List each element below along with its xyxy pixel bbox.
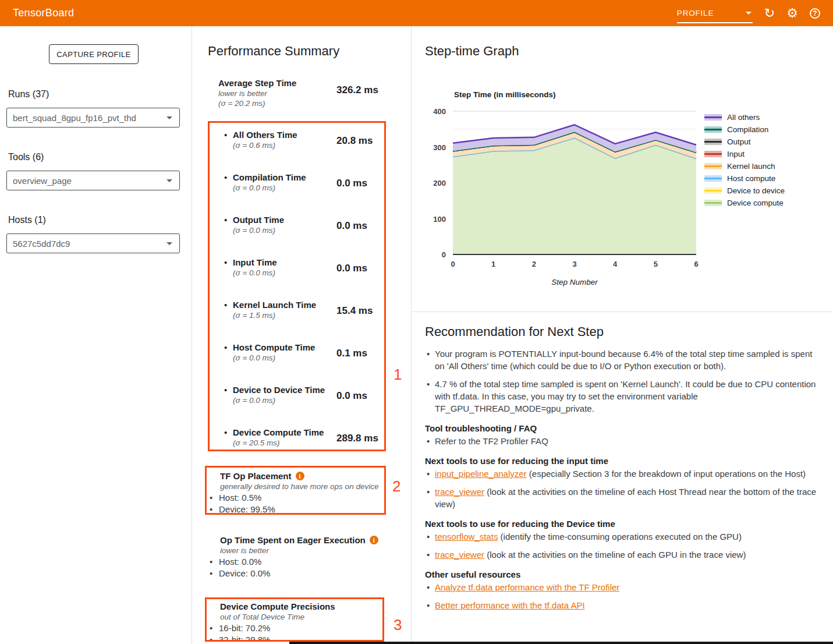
metric-value: 20.8 ms xyxy=(336,129,373,147)
legend-item: Device compute xyxy=(704,197,785,209)
legend-item: Host compute xyxy=(704,172,785,185)
legend-swatch xyxy=(704,200,722,206)
metric-sigma: (σ = 1.5 ms) xyxy=(233,310,336,320)
metric-row: • All Others Time (σ = 0.6 ms) 20.8 ms xyxy=(210,129,384,172)
annotation-box-3: Device Compute Precisions out of Total D… xyxy=(205,597,384,642)
legend-item: All others xyxy=(704,111,785,123)
tools-select[interactable]: overview_page xyxy=(6,171,180,190)
app-header: TensorBoard PROFILE ↻ ⚙ ? xyxy=(0,0,833,26)
bullet: • xyxy=(210,504,219,515)
sidebar: CAPTURE PROFILE Runs (37) bert_squad_8gp… xyxy=(0,26,192,644)
info-icon[interactable]: i xyxy=(296,472,304,480)
svg-text:5: 5 xyxy=(654,260,658,268)
metric-value: 0.0 ms xyxy=(336,172,367,189)
metric-label: Average Step Time xyxy=(218,77,336,89)
tools-select-value: overview_page xyxy=(13,176,72,186)
metric-row: • Input Time (σ = 0.0 ms) 0.0 ms xyxy=(210,257,384,299)
list-item: trace_viewer (look at the activities on … xyxy=(425,486,822,510)
list-item: Analyze tf.data performance with the TF … xyxy=(425,581,822,593)
svg-text:3: 3 xyxy=(572,260,576,268)
section-heading: Next tools to use for reducing the input… xyxy=(425,455,822,466)
trace-viewer-link[interactable]: trace_viewer xyxy=(435,550,484,560)
eager-note: lower is better xyxy=(220,546,395,556)
performance-summary-title: Performance Summary xyxy=(208,44,339,59)
step-time-graph-title: Step-time Graph xyxy=(425,44,519,59)
svg-text:0: 0 xyxy=(442,250,446,259)
chevron-down-icon xyxy=(746,12,752,15)
metric-row: • Compilation Time (σ = 0.0 ms) 0.0 ms xyxy=(210,172,384,214)
chart-legend: All others Compilation Output Input Kern… xyxy=(704,111,785,209)
metric-label: Compilation Time xyxy=(233,172,336,183)
runs-label: Runs (37) xyxy=(8,89,49,100)
chevron-down-icon xyxy=(166,179,172,182)
svg-text:200: 200 xyxy=(433,179,446,187)
metric-value: 0.1 ms xyxy=(336,342,367,359)
bullet: • xyxy=(210,568,219,579)
hosts-select[interactable]: 5627c5dd7dc9 xyxy=(6,233,180,253)
list-item: •Device: 0.0% xyxy=(210,568,395,579)
metric-label: Input Time xyxy=(233,257,336,268)
metric-value: 0.0 ms xyxy=(336,257,367,274)
reload-icon[interactable]: ↻ xyxy=(764,7,775,20)
gear-icon[interactable]: ⚙ xyxy=(786,7,798,20)
header-controls: PROFILE ↻ ⚙ ? xyxy=(677,3,820,23)
main-panel: Step-time Graph Step Time (in millisecon… xyxy=(412,26,833,644)
precisions-title: Device Compute Precisions xyxy=(220,601,335,612)
metric-label: Output Time xyxy=(233,214,336,225)
app-title: TensorBoard xyxy=(13,7,74,19)
window-edge xyxy=(289,642,833,644)
bullet: • xyxy=(210,556,219,568)
metric-row: • Output Time (σ = 0.0 ms) 0.0 ms xyxy=(210,214,384,257)
tensorboard-app: TensorBoard PROFILE ↻ ⚙ ? CAPTURE PROFIL… xyxy=(0,0,833,644)
tensorflow-stats-link[interactable]: tensorflow_stats xyxy=(435,532,498,542)
section-heading: Next tools to use for reducing the Devic… xyxy=(425,518,822,529)
list-item: input_pipeline_analyzer (especially Sect… xyxy=(425,468,822,480)
list-item: Better performance with the tf.data API xyxy=(425,599,822,611)
metric-label: Host Compute Time xyxy=(233,342,336,353)
legend-swatch xyxy=(704,151,722,157)
metric-sigma: (σ = 0.0 ms) xyxy=(233,395,336,405)
metric-label: All Others Time xyxy=(233,129,336,140)
legend-item: Output xyxy=(704,136,785,148)
tfdata-profiler-link[interactable]: Analyze tf.data performance with the TF … xyxy=(435,582,619,592)
metric-row: • Kernel Launch Time (σ = 1.5 ms) 15.4 m… xyxy=(210,299,384,342)
hosts-label: Hosts (1) xyxy=(8,215,46,225)
recommendation-section: Recommendation for Next Step Your progra… xyxy=(425,324,822,617)
annotation-number-3: 3 xyxy=(394,616,402,634)
trace-viewer-link[interactable]: trace_viewer xyxy=(435,487,484,497)
legend-item: Device to device xyxy=(704,185,785,197)
bullet: • xyxy=(224,427,233,438)
capture-profile-button[interactable]: CAPTURE PROFILE xyxy=(49,44,139,64)
legend-swatch xyxy=(704,139,722,145)
metric-value: 0.0 ms xyxy=(336,214,367,232)
legend-swatch xyxy=(704,175,722,182)
bullet: • xyxy=(224,299,233,310)
list-item: 4.7 % of the total step time sampled is … xyxy=(425,378,822,415)
info-icon[interactable]: i xyxy=(370,536,378,544)
input-pipeline-analyzer-link[interactable]: input_pipeline_analyzer xyxy=(435,469,527,479)
bullet: • xyxy=(224,257,233,268)
bullet: • xyxy=(210,622,219,634)
runs-select[interactable]: bert_squad_8gpu_fp16_pvt_thd xyxy=(6,108,180,128)
metric-row: • Host Compute Time (σ = 0.0 ms) 0.1 ms xyxy=(210,342,384,384)
metric-value: 0.0 ms xyxy=(336,384,367,402)
metric-sigma: (σ = 0.0 ms) xyxy=(233,268,336,278)
x-axis-label: Step Number xyxy=(534,278,615,286)
metric-row: • Device Compute Time (σ = 20.5 ms) 289.… xyxy=(210,427,384,448)
svg-text:300: 300 xyxy=(433,143,446,152)
list-item: •Host: 0.5% xyxy=(210,492,384,504)
bullet: • xyxy=(210,634,219,642)
dashboard-selector[interactable]: PROFILE xyxy=(677,9,753,23)
metric-row: • Device to Device Time (σ = 0.0 ms) 0.0… xyxy=(210,384,384,427)
list-item: •Device: 99.5% xyxy=(210,504,384,515)
help-icon[interactable]: ? xyxy=(810,8,820,19)
metric-sigma: (σ = 0.6 ms) xyxy=(233,140,336,150)
tfdata-api-link[interactable]: Better performance with the tf.data API xyxy=(435,600,585,610)
legend-item: Kernel launch xyxy=(704,160,785,172)
annotation-number-1: 1 xyxy=(394,366,402,383)
list-item: •32-bit: 29.8% xyxy=(210,634,382,642)
metric-label: Kernel Launch Time xyxy=(233,299,336,310)
bullet: • xyxy=(224,172,233,183)
legend-swatch xyxy=(704,187,722,194)
section-heading: Other useful resources xyxy=(425,569,822,580)
